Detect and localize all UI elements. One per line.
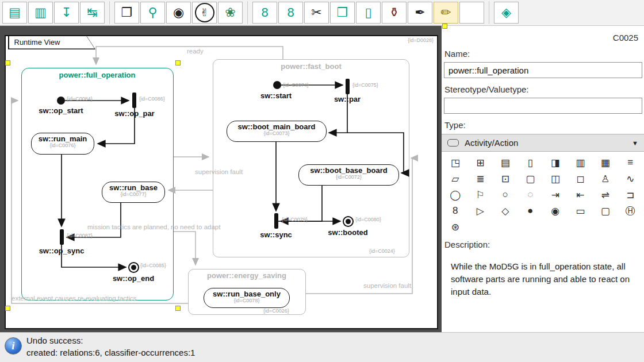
action-boot-main-board[interactable]: sw::boot_main_board {id=C0073} <box>227 121 327 142</box>
rounded-rect-icon <box>447 139 459 147</box>
partitioned-box-icon[interactable]: ◫ <box>546 172 565 186</box>
input-pin-icon[interactable]: ⇥ <box>546 188 565 202</box>
data-store-icon[interactable]: ▤ <box>496 156 515 170</box>
selection-handle-bottom-left[interactable] <box>5 306 10 311</box>
description-text[interactable]: While the MoD5G is in full_operation sta… <box>451 260 637 298</box>
pan-hand-tool-icon: ✌ <box>195 3 214 22</box>
transition-supervision-fault-mid-label: supervision fault <box>195 168 243 175</box>
decision-diamond-icon[interactable]: ◇ <box>496 204 515 218</box>
model-repository-button[interactable]: ▤ <box>2 2 27 24</box>
action-run-base[interactable]: sw::run_base {id=C0077} <box>102 182 165 203</box>
op-end-label: sw::op_end <box>113 274 154 283</box>
op-sync-id: {id=C0087} <box>67 233 93 238</box>
document-icon[interactable]: ▥ <box>571 156 589 170</box>
initial-node-icon[interactable]: ● <box>521 204 539 218</box>
gem-tool-icon: ◈ <box>501 6 511 19</box>
output-pin-icon[interactable]: ⇤ <box>571 188 589 202</box>
small-ellipse-icon[interactable]: ○ <box>496 188 515 202</box>
action-run-main[interactable]: sw::run_main {id=C0076} <box>31 133 94 155</box>
zoom-tool-button[interactable]: ⚲ <box>140 2 165 24</box>
cut-scissors-tool-button[interactable]: ✂ <box>304 2 329 24</box>
mobile-device-tool-icon: ▯ <box>365 6 371 19</box>
library-repository-button[interactable]: ▥ <box>28 2 53 24</box>
state-loop-alt-tool-button[interactable]: 8 <box>278 2 303 24</box>
rounded-rect-icon[interactable]: ▢ <box>596 204 615 218</box>
stereotype-input[interactable] <box>444 98 642 114</box>
stadium-icon[interactable]: ▭ <box>571 204 589 218</box>
import-model-button[interactable]: ↧ <box>54 2 79 24</box>
new-diagram-button[interactable]: ❐ <box>114 2 139 24</box>
final-node-op-end[interactable] <box>128 262 139 273</box>
fork-bar-par[interactable] <box>346 79 350 94</box>
plain-box-icon[interactable]: ◻ <box>571 172 589 186</box>
model-repository-icon: ▤ <box>9 6 21 19</box>
half-box-icon[interactable]: ⊐ <box>621 188 639 202</box>
initial-node-start[interactable] <box>273 81 281 89</box>
fork-arrows-icon[interactable]: ⇌ <box>596 188 615 202</box>
structured-frame-icon[interactable]: ⊞ <box>471 156 489 170</box>
join-bar-op-sync[interactable] <box>60 229 64 245</box>
cut-scissors-tool-icon: ✂ <box>311 6 321 19</box>
region-energy-saving-id: {id=C0026} <box>263 308 289 314</box>
edit-pencil-tool-button[interactable]: ✏ <box>434 2 458 24</box>
gem-tool-button[interactable]: ◈ <box>494 2 519 24</box>
diagram-frame-icon[interactable]: ◳ <box>446 156 465 170</box>
organic-plant-tool-button[interactable]: ❀ <box>218 2 243 24</box>
par-id: {id=C0075} <box>352 82 378 88</box>
name-input[interactable] <box>444 62 642 78</box>
zoom-tool-icon: ⚲ <box>148 6 157 19</box>
page-icon[interactable]: ▢ <box>521 172 539 186</box>
pennant-icon[interactable]: ▷ <box>471 204 489 218</box>
join-bar-sync[interactable] <box>274 213 278 229</box>
selection-handle-top-right[interactable] <box>175 60 181 66</box>
start-label: sw::start <box>260 91 292 100</box>
ellipse-icon[interactable]: ◯ <box>446 188 465 202</box>
final-node-icon[interactable]: ◉ <box>546 204 565 218</box>
loop-node-icon[interactable]: 8 <box>446 204 465 218</box>
signal-flag-icon[interactable]: ⚐ <box>471 188 489 202</box>
run-main-id: {id=C0076} <box>32 143 94 148</box>
brush-tool-button[interactable]: ✒ <box>408 2 432 24</box>
blank-tool-button[interactable] <box>459 2 484 24</box>
runtime-view-tab[interactable]: Runtime View <box>8 36 95 49</box>
runtime-view-diagram[interactable]: power::full_operation power::fast_boot {… <box>5 35 438 329</box>
op-par-label: sw::op_par <box>114 109 154 118</box>
element-ref-id: C0025 <box>613 33 638 43</box>
table-icon[interactable]: ▦ <box>596 156 615 170</box>
view-eye-tool-button[interactable]: ◉ <box>166 2 191 24</box>
list-icon[interactable]: ≣ <box>471 172 489 186</box>
deep-history-icon[interactable]: ⊛ <box>446 220 465 234</box>
type-value: Activity/Action <box>465 138 518 148</box>
mobile-device-tool-button[interactable]: ▯ <box>356 2 381 24</box>
region-fast-boot-title: power::fast_boot <box>281 62 341 71</box>
actor-icon[interactable]: ♙ <box>596 172 615 186</box>
shallow-history-icon[interactable]: Ⓗ <box>621 204 639 218</box>
export-model-button[interactable]: ↹ <box>80 2 105 24</box>
type-dropdown[interactable]: Activity/Action ▼ <box>442 134 644 152</box>
selection-handle-top-left[interactable] <box>5 60 10 66</box>
final-node-booted[interactable] <box>343 216 354 227</box>
fork-bar-op-par[interactable] <box>132 93 136 108</box>
region-fast-boot[interactable] <box>213 59 409 257</box>
folder-icon[interactable]: ▱ <box>446 172 465 186</box>
extinguisher-tool-button[interactable]: ⚱ <box>382 2 407 24</box>
pan-hand-tool-button[interactable]: ✌ <box>192 2 217 24</box>
initial-node-op-start[interactable] <box>57 97 65 105</box>
description-label: Description: <box>444 240 490 249</box>
note-icon[interactable]: ◨ <box>546 156 565 170</box>
state-loop-alt-tool-icon: 8 <box>287 6 294 19</box>
labeled-box-icon[interactable]: ⊡ <box>496 172 515 186</box>
dashed-ellipse-icon[interactable]: ◌ <box>521 188 539 202</box>
bars-icon[interactable]: ≡ <box>621 156 639 170</box>
state-loop-tool-button[interactable]: 8 <box>252 2 277 24</box>
toolbar-separator <box>485 1 489 24</box>
action-boot-base-board[interactable]: sw::boot_base_board {id=C0072} <box>298 164 399 186</box>
run-base-label: sw::run_base <box>102 183 164 192</box>
library-repository-icon: ▥ <box>34 6 47 19</box>
object-node-icon[interactable]: ▯ <box>521 156 539 170</box>
selection-handle-bottom-right[interactable] <box>175 306 181 311</box>
booted-id: {id=C0080} <box>355 217 381 222</box>
compare-frames-tool-button[interactable]: ❒ <box>330 2 355 24</box>
action-run-base-only[interactable]: sw::run_base_only {id=C0078} <box>204 288 290 308</box>
wave-connector-icon[interactable]: ∿ <box>621 172 639 186</box>
